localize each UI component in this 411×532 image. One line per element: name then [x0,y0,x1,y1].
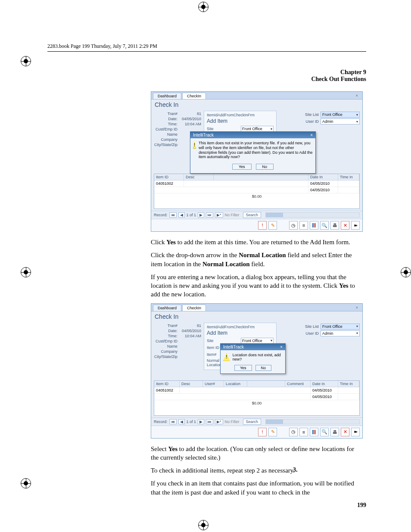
chevron-down-icon: ▾ [356,324,358,328]
dialog-message: This item does not exist in your invento… [199,141,313,159]
step-3: 3. To check in additional items, repeat … [151,466,358,475]
no-button[interactable]: No [255,365,272,371]
list-icon[interactable]: ≡ [299,221,308,230]
tab-dashboard[interactable]: Dashboard [153,305,181,311]
sitelist-select[interactable]: Front Office▾ [321,324,360,330]
search-input[interactable]: Search [243,419,262,425]
search-input[interactable]: Search [243,212,262,218]
add-item-form-name: ItemIdAddFromCheckInFrm [207,113,274,117]
record-label: Record: [154,213,168,217]
print-icon[interactable]: 🖶 [330,221,339,230]
find-icon[interactable]: 🔍 [320,221,329,230]
userid-select[interactable]: Admin▾ [321,330,360,336]
label-city: City/State/Zip [154,143,177,147]
col-itemid: Item ID [154,174,184,180]
label-name: Name [154,132,177,137]
site-select[interactable]: Front Office▾ [241,126,274,132]
col-desc: Desc [184,174,214,180]
registration-mark-right [401,267,411,277]
nav-first-icon[interactable]: ⏮ [169,212,177,218]
items-grid: Item ID Desc User# Location Comment Date… [154,380,360,416]
warning-icon: ! [223,353,230,361]
yes-button[interactable]: Yes [232,164,252,170]
dialog-close-icon[interactable]: × [280,345,283,349]
checkin-title: Check In [151,311,362,322]
barcode-icon[interactable] [310,221,318,230]
chevron-down-icon: ▾ [356,331,358,335]
chevron-down-icon: ▾ [271,127,272,131]
items-grid: Item ID Desc Date In Time In 04051002 04… [154,174,360,209]
delete-icon[interactable]: ✕ [341,221,349,230]
yes-button[interactable]: Yes [234,365,252,371]
nav-next-icon[interactable]: ▶ [198,419,204,424]
no-button[interactable]: No [256,164,274,170]
nav-first-icon[interactable]: ⏮ [169,419,177,424]
label-company: Company [154,137,177,142]
para-select-yes: Select Yes to add the location. (You can… [151,445,358,462]
delete-icon[interactable]: ✕ [341,428,349,436]
print-icon[interactable]: 🖶 [330,428,339,436]
chevron-down-icon: ▾ [271,339,272,342]
dialog-title: IntelliTrack [223,345,244,349]
cell-itemid: 04051002 [154,180,184,187]
label-cust: Cust/Emp ID [154,127,177,131]
dialog-close-icon[interactable]: × [310,133,313,137]
grid-total: $0.00 [154,193,359,199]
tab-checkin[interactable]: CheckIn [182,305,206,311]
nav-last-icon[interactable]: ⏭ [206,212,213,218]
registration-mark-left-mid [21,267,31,277]
globe-icon[interactable]: ◷ [289,428,298,436]
chevron-down-icon: ▾ [356,113,358,117]
close-icon[interactable]: × [353,93,361,99]
value-tran: 81 [197,112,201,116]
label-userid: User ID [299,119,319,124]
value-date: 04/05/2010 [182,117,201,121]
alert-icon[interactable]: ! [258,428,267,436]
nav-prev-icon[interactable]: ◀ [178,419,185,424]
barcode-icon[interactable] [310,428,318,436]
globe-icon[interactable]: ◷ [289,221,298,230]
nav-prev-icon[interactable]: ◀ [178,212,185,218]
para-click-yes: Click Yes to add the item at this time. … [151,238,358,246]
tools-icon[interactable]: ✎ [268,428,277,436]
registration-mark-bottom [198,520,209,530]
chapter-title: Check Out Functions [47,76,366,83]
userid-select[interactable]: Admin▾ [321,118,360,124]
para-past-due: If you check in an item that contains pa… [151,479,358,497]
site-select[interactable]: Front Office▾ [241,338,274,344]
step-number-3: 3. [293,466,298,474]
add-item-heading: Add Item [207,118,274,124]
nav-new-icon[interactable]: ▶* [215,212,223,218]
alert-icon[interactable]: ! [258,221,267,230]
close-icon[interactable]: × [353,305,361,311]
col-timein: Time In [338,174,359,180]
right-panel: Site ListFront Office▾ User IDAdmin▾ [299,323,360,370]
list-icon[interactable]: ≡ [299,428,308,436]
nofilter-label: No Filter [225,213,240,217]
warning-icon: ! [193,141,196,149]
page-number: 199 [357,502,366,509]
dialog-add-location-confirm: IntelliTrack× ! Location does not exist,… [220,343,286,374]
tab-checkin[interactable]: CheckIn [182,93,206,99]
nav-last-icon[interactable]: ⏭ [206,419,213,424]
horizontal-scrollbar[interactable] [265,212,360,218]
registration-mark-top [198,2,209,12]
para-normal-location: Click the drop-down arrow in the Normal … [151,251,358,268]
cell-date: 04/05/2010 [308,180,338,187]
record-nav: Record: ⏮ ◀ 1 of 1 ▶ ⏭ ▶* No Filter Sear… [151,211,362,219]
nav-next-icon[interactable]: ▶ [198,212,204,218]
exit-icon[interactable]: ➽ [351,428,360,436]
horizontal-scrollbar[interactable] [265,419,360,424]
para-new-location: If you are entering a new location, a di… [151,273,358,299]
sitelist-select[interactable]: Front Office▾ [321,112,360,118]
dialog-title: IntelliTrack [193,133,214,137]
value-time: 10:04 AM [185,122,201,126]
tools-icon[interactable]: ✎ [268,221,277,230]
running-header: 2283.book Page 199 Thursday, July 7, 201… [47,43,366,52]
label-sitelist: Site List [299,112,319,117]
tab-dashboard[interactable]: Dashboard [153,93,181,99]
find-icon[interactable]: 🔍 [320,428,329,436]
nav-new-icon[interactable]: ▶* [215,419,223,424]
chevron-down-icon: ▾ [356,120,358,124]
exit-icon[interactable]: ➽ [351,221,360,230]
